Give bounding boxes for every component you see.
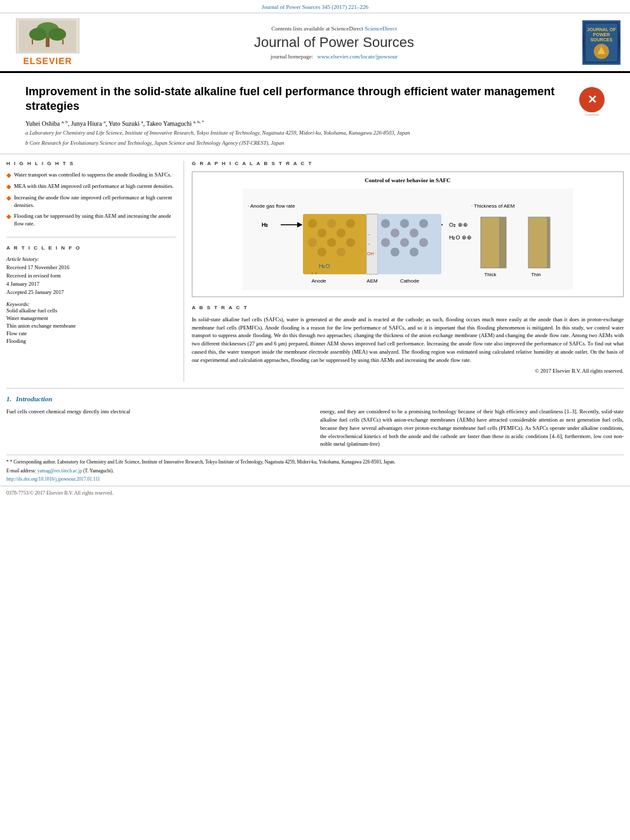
keyword-5: Flooding (6, 338, 176, 344)
highlights-section: H I G H L I G H T S ◆ Water transport wa… (6, 161, 176, 238)
contents-available-line: Contents lists available at ScienceDirec… (95, 25, 573, 32)
svg-point-3 (48, 28, 66, 41)
affiliation-b: b Core Research for Evolutionary Science… (25, 140, 605, 147)
svg-text:←: ← (367, 242, 372, 246)
history-label: Article history: (6, 256, 176, 262)
corresponding-author-note: * * Corresponding author. Laboratory for… (6, 459, 624, 466)
received-date: Received 17 November 2016 (6, 263, 176, 272)
highlight-item-1: ◆ Water transport was controlled to supp… (6, 171, 176, 180)
two-col-upper: H I G H L I G H T S ◆ Water transport wa… (0, 161, 630, 382)
svg-text:←: ← (367, 232, 372, 237)
col-right-upper: G R A P H I C A L A B S T R A C T Contro… (184, 161, 624, 382)
highlight-bullet-2: ◆ (6, 182, 11, 191)
svg-text:H₂O: H₂O (319, 263, 330, 269)
email-suffix: (T. Yamaguchi). (83, 468, 114, 474)
graphical-abstract-section: G R A P H I C A L A B S T R A C T Contro… (192, 161, 624, 297)
tree-svg (19, 20, 76, 52)
svg-point-21 (327, 219, 336, 228)
svg-text:H₂: H₂ (262, 222, 269, 228)
footnotes-section: * * Corresponding author. Laboratory for… (6, 455, 624, 483)
highlight-text-1: Water transport was controlled to suppre… (14, 171, 171, 180)
svg-point-20 (318, 229, 326, 237)
highlight-item-4: ◆ Flooding can be suppressed by using th… (6, 213, 176, 228)
svg-text:· Thickness of AEM: · Thickness of AEM (471, 203, 515, 209)
header-area: ELSEVIER Contents lists available at Sci… (0, 13, 630, 73)
author-oshiba: Yuhei Oshiba (25, 120, 60, 127)
svg-point-26 (327, 238, 336, 247)
keywords-label: Keywords: (6, 301, 176, 307)
footer-bar: 0378-7753/© 2017 Elsevier B.V. All right… (0, 486, 630, 500)
svg-text:OH⁻: OH⁻ (367, 251, 377, 256)
author-hiura: Junya Hiura (71, 120, 102, 127)
abstract-heading: A B S T R A C T (192, 305, 624, 310)
homepage-line: journal homepage: www.elsevier.com/locat… (95, 53, 573, 60)
graphical-abstract-diagram: · Anode gas flow rate H₂ (198, 189, 618, 290)
intro-section: 1. Introduction Fuel cells convert chemi… (0, 395, 630, 448)
svg-point-27 (337, 248, 345, 257)
highlight-bullet-1: ◆ (6, 171, 11, 180)
top-ref-bar: Journal of Power Sources 345 (2017) 221–… (0, 0, 630, 13)
authors-line: Yuhei Oshiba a, b, Junya Hiura a, Yuto S… (25, 119, 605, 127)
svg-text:Cathode: Cathode (400, 278, 420, 284)
paper-title-row: Improvement in the solid-state alkaline … (25, 84, 605, 114)
svg-text:POWER: POWER (593, 32, 610, 37)
svg-text:Anode: Anode (311, 278, 326, 284)
svg-rect-4 (46, 37, 50, 47)
journal-center-info: Contents lists available at ScienceDirec… (95, 18, 573, 66)
svg-text:Thick: Thick (484, 272, 497, 277)
contents-label: Contents lists available at ScienceDirec… (271, 25, 363, 32)
paper-title: Improvement in the solid-state alkaline … (25, 84, 573, 114)
abstract-section: A B S T R A C T In solid-state alkaline … (192, 305, 624, 375)
journal-logo-box: JOURNAL OF POWER SOURCES (579, 18, 624, 66)
received-revised-label: Received in revised form (6, 272, 176, 280)
author-oshiba-affil: a, b (62, 119, 68, 124)
highlight-item-2: ◆ MEA with thin AEM improved cell perfor… (6, 183, 176, 191)
highlight-item-3: ◆ Increasing the anode flow rate improve… (6, 194, 176, 210)
author-yamaguchi: Takeo Yamaguchi (146, 120, 192, 127)
affiliation-a: a Laboratory for Chemistry and Life Scie… (25, 130, 605, 137)
svg-point-42 (391, 248, 399, 257)
revised-date: 4 January 2017 (6, 280, 176, 288)
accepted-date: Accepted 25 January 2017 (6, 288, 176, 297)
sciencedirect-link[interactable]: ScienceDirect (365, 25, 396, 32)
keyword-2: Water management (6, 315, 176, 321)
power-sources-logo: JOURNAL OF POWER SOURCES (582, 20, 620, 65)
article-info-section: A R T I C L E I N F O Article history: R… (6, 245, 176, 344)
article-history: Article history: Received 17 November 20… (6, 256, 176, 296)
highlight-bullet-3: ◆ (6, 194, 11, 210)
abstract-text: In solid-state alkaline fuel cells (SAFC… (192, 316, 624, 364)
abstract-body: In solid-state alkaline fuel cells (SAFC… (192, 316, 624, 363)
svg-point-28 (346, 238, 355, 247)
intro-col-right: energy, and they are considered to be a … (320, 408, 624, 448)
svg-text:· Anode gas flow rate: · Anode gas flow rate (248, 203, 295, 209)
author-hiura-affil: a (104, 119, 105, 124)
intro-number: 1. (6, 395, 11, 403)
svg-text:AEM: AEM (366, 278, 378, 284)
intro-col-left: Fuel cells convert chemical energy direc… (6, 408, 310, 448)
svg-text:H₂O ⊕⊕: H₂O ⊕⊕ (449, 234, 472, 241)
email-link[interactable]: yamag@res.titech.ac.jp (37, 468, 82, 474)
author-yamaguchi-affil: a, b, * (193, 119, 204, 124)
footer-issn: 0378-7753/© 2017 Elsevier B.V. All right… (6, 490, 113, 496)
author-suzuki-affil: a (141, 119, 143, 124)
svg-point-19 (308, 219, 317, 228)
doi-link[interactable]: http://dx.doi.org/10.1016/j.jpowsour.201… (6, 476, 100, 482)
intro-col-left-text: Fuel cells convert chemical energy direc… (6, 408, 310, 416)
svg-text:JOURNAL OF: JOURNAL OF (587, 27, 616, 32)
paper-header: Improvement in the solid-state alkaline … (0, 73, 630, 154)
svg-point-22 (337, 229, 345, 237)
article-info-heading: A R T I C L E I N F O (6, 245, 176, 251)
elsevier-tree-image (16, 18, 79, 53)
svg-rect-57 (547, 217, 550, 268)
author-suzuki: Yuto Suzuki (109, 120, 140, 127)
doi-note: http://dx.doi.org/10.1016/j.jpowsour.201… (6, 476, 624, 483)
abstract-copyright: © 2017 Elsevier B.V. All rights reserved… (192, 368, 624, 374)
journal-ref-text: Journal of Power Sources 345 (2017) 221–… (262, 4, 368, 10)
homepage-url[interactable]: www.elsevier.com/locate/jpowsour (318, 53, 398, 60)
keyword-1: Solid alkaline fuel cells (6, 307, 176, 314)
intro-col-right-text: energy, and they are considered to be a … (320, 408, 624, 448)
graphical-abstract-heading: G R A P H I C A L A B S T R A C T (192, 161, 624, 166)
corresponding-text: * Corresponding author. Laboratory for C… (10, 459, 396, 465)
svg-point-40 (419, 219, 428, 228)
svg-rect-53 (481, 217, 500, 268)
